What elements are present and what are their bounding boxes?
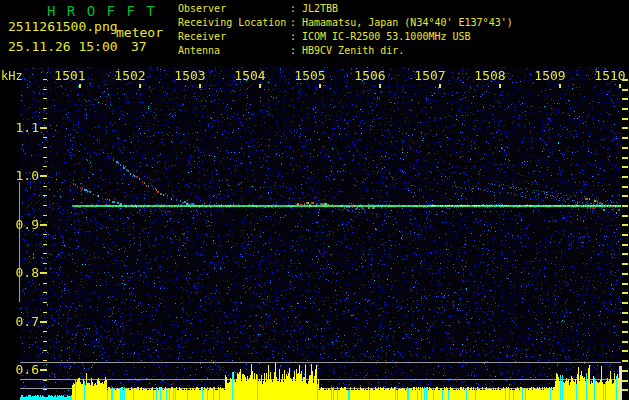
time-tick-label: 1509 <box>533 68 567 83</box>
time-tick-label: 1505 <box>293 68 327 83</box>
time-tick-label: 1501 <box>53 68 87 83</box>
time-tick-label: 1507 <box>413 68 447 83</box>
time-tick-label: 1508 <box>473 68 507 83</box>
time-tick-label: 1502 <box>113 68 147 83</box>
freq-tick-label: 0.9 <box>0 217 39 232</box>
time-tick-label: 1506 <box>353 68 387 83</box>
time-tick-label: 1503 <box>173 68 207 83</box>
time-tick-label: 1504 <box>233 68 267 83</box>
freq-tick-label: 0.7 <box>0 314 39 329</box>
freq-unit-label: kHz <box>1 69 23 83</box>
time-tick-label: 1510 <box>593 68 627 83</box>
freq-tick-label: 1.1 <box>0 120 39 135</box>
freq-tick-label: 0.8 <box>0 265 39 280</box>
hrofft-window: { "header": { "title": "H R O F F T", "f… <box>0 0 629 400</box>
freq-tick-label: 1.0 <box>0 168 39 183</box>
freq-tick-label: 0.6 <box>0 362 39 377</box>
spectrogram-canvas <box>0 0 629 400</box>
